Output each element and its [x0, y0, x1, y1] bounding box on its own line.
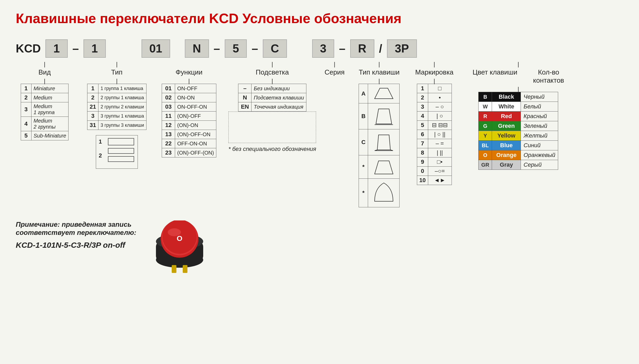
light-section: | Подсветка | – Без индикацииN Подсветка… — [228, 60, 316, 152]
tip-desc: 1 группа 1 клавиша — [98, 84, 146, 93]
func-code: 02 — [162, 93, 175, 102]
switch-svg: O — [152, 220, 207, 276]
code-box-7: 3 — [312, 39, 334, 58]
code-dash-3: – — [252, 42, 258, 55]
tip-num: 31 — [87, 121, 98, 130]
vid-num: 4 — [21, 117, 31, 131]
svg-marker-0 — [375, 88, 393, 99]
keytype-row-star2: * — [359, 179, 400, 207]
vid-table: 1 Miniature2 Medium3 Medium 1 группа4 Me… — [21, 84, 69, 140]
vid-row: 5 Sub-Miniature — [21, 131, 69, 140]
color-en: Gray — [492, 160, 521, 170]
color-ru: Серый — [521, 160, 558, 170]
mark-num: 1 — [417, 84, 428, 93]
code-box-5: 5 — [225, 39, 247, 58]
keytype-letter-b: B — [359, 103, 368, 129]
mark-num: 2 — [417, 93, 428, 102]
color-en: Green — [492, 121, 521, 131]
func-code: 03 — [162, 102, 175, 112]
mark-num: 7 — [417, 139, 428, 148]
mark-num: 8 — [417, 148, 428, 157]
func-name: OFF-ON-ON — [175, 139, 216, 148]
tip-desc: 3 группы 3 клавиши — [98, 121, 146, 130]
mark-num: 10 — [417, 176, 428, 185]
tip-row: 21 2 группы 2 клавиши — [87, 102, 146, 112]
vid-row: 3 Medium 1 группа — [21, 102, 69, 117]
vid-num: 1 — [21, 84, 31, 93]
key-type-table: A B — [359, 84, 400, 207]
vid-name: Medium — [31, 93, 69, 102]
color-ru: Белый — [521, 102, 558, 112]
color-en: Red — [492, 112, 521, 121]
tip-num: 2 — [87, 93, 98, 102]
vid-row: 1 Miniature — [21, 84, 69, 93]
color-label: Цвет клавиши — [473, 68, 517, 85]
mark-icon: • — [428, 93, 452, 102]
color-abbr: Y — [479, 131, 492, 141]
mark-icon: ◄► — [428, 176, 452, 185]
code-dash-1: – — [72, 42, 79, 55]
mark-row: 5 ⊟ ⊟⊟ — [417, 121, 452, 130]
svg-marker-7 — [375, 161, 393, 174]
color-row: O Orange Оранжевый — [479, 150, 558, 160]
note-block: Примечание: приведенная записьсоответств… — [16, 220, 136, 250]
keytype-label: Тип клавиши — [359, 68, 400, 76]
color-abbr: G — [479, 121, 492, 131]
color-ru: Оранжевый — [521, 150, 558, 160]
keytype-row-star1: * — [359, 155, 400, 179]
light-desc: Без индикации — [252, 84, 306, 93]
color-abbr: BL — [479, 141, 492, 150]
svg-marker-4 — [377, 135, 390, 150]
light-label: Подсветка — [256, 68, 289, 76]
keytype-shape-star2 — [368, 179, 400, 207]
code-slash: / — [379, 42, 382, 55]
code-box-9: 3P — [387, 39, 417, 58]
code-dash-2: – — [214, 42, 220, 55]
color-row: Y Yellow Желтый — [479, 131, 558, 141]
color-row: BL Blue Синий — [479, 141, 558, 150]
mark-row: 1 □ — [417, 84, 452, 93]
vid-section: | Вид | 1 Miniature2 Medium3 Medium 1 гр… — [16, 60, 74, 140]
tip-row: 31 3 группы 3 клавиши — [87, 121, 146, 130]
code-box-8: R — [350, 39, 374, 58]
svg-rect-17 — [183, 265, 187, 273]
func-row: 03 ON-OFF-ON — [162, 102, 216, 112]
color-en: Yellow — [492, 131, 521, 141]
mark-row: 3 – ○ — [417, 102, 452, 112]
keytype-letter-star2: * — [359, 179, 368, 207]
code-box-2: 1 — [83, 39, 106, 58]
mark-icon: ⊟ ⊟⊟ — [428, 121, 452, 130]
keytype-section: | Тип клавиши | A B — [353, 60, 405, 207]
mark-row: 4 | ○ — [417, 112, 452, 121]
keytype-letter-c: C — [359, 129, 368, 155]
mark-icon: □• — [428, 157, 452, 167]
mark-row: 8 | || — [417, 148, 452, 157]
color-ru: Зеленый — [521, 121, 558, 131]
mark-section: | Маркировка | 1 □2 •3 – ○4 | ○5 ⊟ ⊟⊟6 |… — [413, 60, 455, 185]
color-en: Blue — [492, 141, 521, 150]
func-row: 02 ON-ON — [162, 93, 216, 102]
color-en: Orange — [492, 150, 521, 160]
func-code: 23 — [162, 148, 175, 157]
keytype-shape-c — [368, 129, 400, 155]
tip-table: 1 1 группа 1 клавиша2 2 группы 1 клавиша… — [87, 84, 146, 130]
contacts-label: Кол-воконтактов — [533, 68, 564, 85]
mark-icon: –○= — [428, 167, 452, 176]
keytype-shape-b — [368, 103, 400, 129]
vid-name: Miniature — [31, 84, 69, 93]
series-label: Серия — [324, 68, 344, 76]
func-code: 13 — [162, 130, 175, 139]
svg-marker-2 — [376, 109, 392, 124]
vid-name: Medium 2 группы — [31, 117, 69, 131]
vid-num: 3 — [21, 102, 31, 117]
series-section: | Серия — [324, 60, 345, 78]
color-row: W White Белый — [479, 102, 558, 112]
tip-desc: 2 группы 1 клавиша — [98, 93, 146, 102]
func-name: (ON)-OFF — [175, 112, 216, 121]
svg-text:O: O — [177, 234, 182, 242]
func-code: 22 — [162, 139, 175, 148]
tip-row: 1 1 группа 1 клавиша — [87, 84, 146, 93]
mark-row: 9 □• — [417, 157, 452, 167]
func-code: 11 — [162, 112, 175, 121]
color-row: G Green Зеленый — [479, 121, 558, 131]
